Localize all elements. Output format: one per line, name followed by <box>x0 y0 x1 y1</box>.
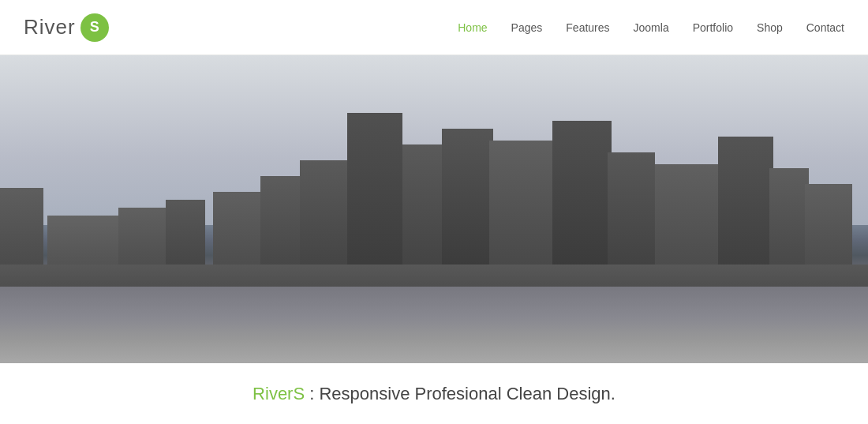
building <box>442 129 493 287</box>
nav-item-joomla[interactable]: Joomla <box>634 21 669 34</box>
nav-item-features[interactable]: Features <box>566 21 609 34</box>
brand-name: RiverS <box>253 384 305 403</box>
building <box>718 137 773 287</box>
nav-item-pages[interactable]: Pages <box>511 21 543 34</box>
water-layer <box>0 287 868 364</box>
nav-item-portfolio[interactable]: Portfolio <box>693 21 733 34</box>
logo[interactable]: River S <box>24 13 109 42</box>
nav-item-home[interactable]: Home <box>458 21 487 34</box>
tagline-text: : Responsive Profesional Clean Design. <box>305 384 615 403</box>
logo-text: River <box>24 15 76 39</box>
building <box>347 113 402 287</box>
nav-item-contact[interactable]: Contact <box>806 21 844 34</box>
nav-item-shop[interactable]: Shop <box>757 21 783 34</box>
hero-section <box>0 55 868 363</box>
main-nav: Home Pages Features Joomla Portfolio Sho… <box>458 21 844 34</box>
footer-tagline: RiverS : Responsive Profesional Clean De… <box>0 363 868 424</box>
logo-badge: S <box>80 13 109 42</box>
site-header: River S Home Pages Features Joomla Portf… <box>0 0 868 55</box>
buildings-layer <box>0 117 868 287</box>
building <box>552 121 612 287</box>
hero-background <box>0 55 868 363</box>
